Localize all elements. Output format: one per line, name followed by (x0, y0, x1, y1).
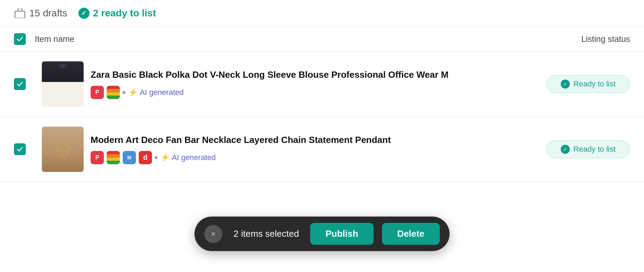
bolt-icon: ⚡ (128, 88, 138, 97)
stats-bar: 15 drafts ✓ 2 ready to list (0, 0, 644, 27)
item1-platforms: P ⚡ AI generated (91, 86, 539, 99)
action-bar: × 2 items selected Publish Delete (194, 217, 450, 251)
item1-status-badge: ✓ Ready to list (546, 75, 630, 93)
item2-platforms: P M d ⚡ AI generated (91, 151, 539, 164)
necklace-graphic (52, 139, 73, 160)
table-row: Modern Art Deco Fan Bar Necklace Layered… (0, 117, 644, 182)
platform-poshmark-icon: P (91, 86, 104, 99)
drafts-label: 15 drafts (29, 8, 67, 19)
badge-check-icon: ✓ (561, 80, 570, 89)
svg-marker-5 (61, 153, 65, 158)
item2-status-badge: ✓ Ready to list (546, 140, 630, 158)
ready-check-icon: ✓ (78, 8, 90, 19)
platform-depop-icon: d (139, 151, 152, 164)
drafts-icon (14, 8, 26, 18)
platform-mercari-icon: M (123, 151, 136, 164)
separator-dot (123, 91, 125, 94)
col-status-header: Listing status (539, 34, 630, 44)
item1-info: Zara Basic Black Polka Dot V-Neck Long S… (91, 69, 539, 99)
drafts-stat: 15 drafts (14, 8, 67, 19)
publish-button[interactable]: Publish (310, 223, 374, 245)
bolt-icon2: ⚡ (160, 153, 170, 162)
item2-checkbox[interactable] (14, 143, 26, 155)
item2-thumbnail (42, 127, 84, 172)
separator-dot2 (155, 156, 158, 159)
ready-label: 2 ready to list (93, 8, 156, 19)
ready-stat: ✓ 2 ready to list (78, 8, 156, 19)
item1-thumbnail (42, 61, 84, 107)
selected-count-label: 2 items selected (231, 228, 302, 239)
col-name-header: Item name (35, 34, 539, 44)
item2-checkbox-col (14, 143, 35, 155)
item2-info: Modern Art Deco Fan Bar Necklace Layered… (91, 134, 539, 164)
svg-rect-0 (15, 11, 25, 18)
table-header: Item name Listing status (0, 27, 644, 52)
item1-ai-label: ⚡ AI generated (128, 88, 184, 97)
platform-rainbow-icon (107, 86, 120, 99)
header-checkbox-col (14, 33, 35, 45)
table-row: Zara Basic Black Polka Dot V-Neck Long S… (0, 52, 644, 117)
select-all-checkbox[interactable] (14, 33, 26, 45)
item1-checkbox[interactable] (14, 78, 26, 90)
item2-title: Modern Art Deco Fan Bar Necklace Layered… (91, 134, 539, 146)
item1-title: Zara Basic Black Polka Dot V-Neck Long S… (91, 69, 539, 81)
badge-check-icon2: ✓ (561, 145, 570, 154)
item1-checkbox-col (14, 78, 35, 90)
platform-rainbow-icon2 (107, 151, 120, 164)
delete-button[interactable]: Delete (382, 223, 440, 245)
platform-poshmark-icon2: P (91, 151, 104, 164)
deselect-button[interactable]: × (204, 225, 222, 243)
item2-ai-label: ⚡ AI generated (160, 153, 216, 162)
